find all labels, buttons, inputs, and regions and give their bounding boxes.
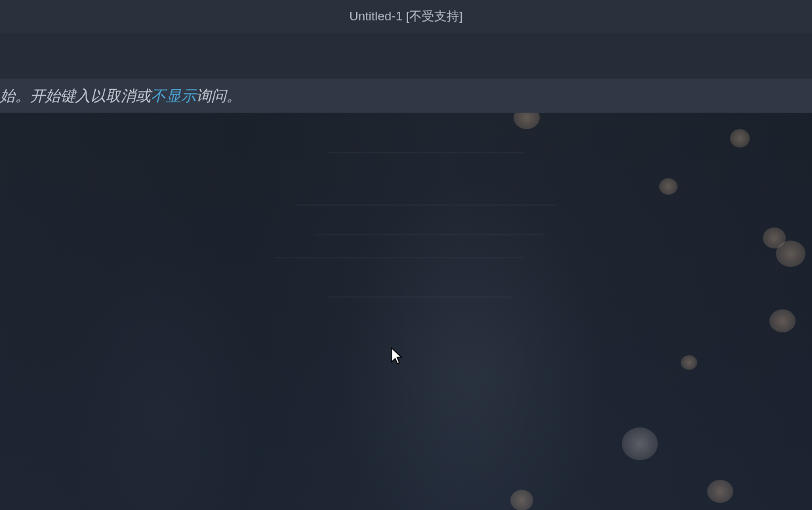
notification-text-prefix: 始。开始键入以取消或 [0,86,151,106]
bg-bokeh [730,129,750,147]
title-bar: Untitled-1 [不受支持] [0,0,812,33]
bg-streak [328,296,512,298]
notification-text-suffix: 询问。 [196,86,241,106]
bg-bokeh [659,178,678,195]
bg-bokeh [769,309,796,332]
secondary-bar [0,33,812,79]
bg-bokeh [622,427,658,460]
bg-streak [315,234,544,235]
bg-bokeh [707,480,733,503]
bg-bokeh [510,490,533,510]
dismiss-link[interactable]: 不显示 [151,86,196,106]
editor-area[interactable] [0,113,812,510]
window-title: Untitled-1 [不受支持] [349,8,462,25]
bg-bokeh [681,355,697,370]
background-texture [0,113,812,510]
bg-bokeh [776,241,805,267]
bg-streak [275,257,525,258]
bg-streak [295,205,558,206]
bg-streak [328,152,525,153]
notification-bar: 始。开始键入以取消或不显示询问。 [0,79,812,113]
